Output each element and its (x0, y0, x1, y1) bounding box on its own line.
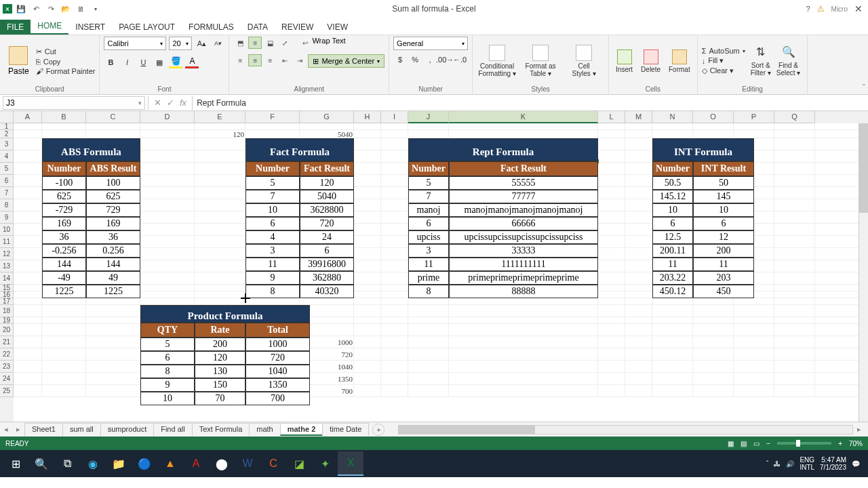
align-bottom-button[interactable]: ⬓ (263, 37, 277, 49)
acrobat-icon[interactable]: A (183, 451, 209, 476)
clear-button[interactable]: ◇Clear ▾ (702, 66, 745, 75)
row-header-11[interactable]: 11 (0, 236, 14, 248)
row-header-6[interactable]: 6 (0, 175, 14, 187)
copy-button[interactable]: ⎘Copy (36, 58, 96, 66)
vertical-scrollbar[interactable] (859, 123, 868, 422)
row-header-13[interactable]: 13 (0, 260, 14, 272)
font-color-button[interactable]: A (185, 56, 199, 68)
col-header-p[interactable]: P (734, 111, 774, 123)
row-header-5[interactable]: 5 (0, 163, 14, 175)
col-header-i[interactable]: I (381, 111, 408, 123)
undo-icon[interactable]: ↶ (30, 3, 42, 15)
zoom-level[interactable]: 70% (849, 440, 863, 447)
col-header-e[interactable]: E (195, 111, 245, 123)
row-header-19[interactable]: 19 (0, 317, 14, 324)
col-header-o[interactable]: O (693, 111, 734, 123)
fill-button[interactable]: ↓Fill ▾ (702, 56, 745, 65)
row-header-14[interactable]: 14 (0, 272, 14, 285)
formula-input[interactable]: Rept Formula (193, 98, 868, 108)
new-icon[interactable]: 🗎 (75, 3, 87, 15)
new-sheet-button[interactable]: + (372, 424, 384, 436)
col-header-b[interactable]: B (42, 111, 86, 123)
sheet-tab-mathe-2[interactable]: mathe 2 (280, 423, 323, 436)
col-header-l[interactable]: L (598, 111, 625, 123)
font-name-dropdown[interactable]: Calibri▾ (104, 37, 166, 50)
edge-icon[interactable]: ◉ (80, 451, 106, 476)
row-header-12[interactable]: 12 (0, 248, 14, 260)
col-header-g[interactable]: G (300, 111, 354, 123)
align-right-button[interactable]: ≡ (263, 54, 277, 66)
sheet-nav-first-icon[interactable]: ◂ (0, 425, 12, 434)
row-header-2[interactable]: 2 (0, 130, 14, 138)
row-header-21[interactable]: 21 (0, 336, 14, 348)
horizontal-scrollbar[interactable] (398, 425, 853, 434)
sheet-tab-sumproduct[interactable]: sumproduct (100, 423, 154, 436)
select-all-button[interactable] (0, 111, 14, 123)
col-header-q[interactable]: Q (774, 111, 815, 123)
cell-e2[interactable]: 120 (195, 130, 245, 138)
tray-clock[interactable]: 5:47 AM7/1/2023 (820, 456, 846, 471)
search-icon[interactable]: 🔍 (28, 451, 54, 476)
col-header-f[interactable]: F (245, 111, 300, 123)
sheet-nav-right-icon[interactable]: ▸ (853, 425, 868, 434)
comma-button[interactable]: , (423, 53, 437, 66)
sheet-nav-prev-icon[interactable]: ▸ (12, 425, 24, 434)
sort-filter-button[interactable]: ⇅Sort &Filter ▾ (748, 45, 774, 77)
row-header-25[interactable]: 25 (0, 385, 14, 397)
app2-icon[interactable]: ✦ (312, 451, 338, 476)
format-painter-button[interactable]: 🖌Format Painter (36, 67, 96, 75)
close-icon[interactable]: ✕ (854, 3, 863, 14)
merge-center-button[interactable]: ⊞Merge & Center▾ (308, 54, 384, 68)
col-header-n[interactable]: N (652, 111, 693, 123)
orientation-button[interactable]: ⤢ (278, 37, 292, 49)
row-header-8[interactable]: 8 (0, 199, 14, 211)
obs-icon[interactable]: ⬤ (209, 451, 235, 476)
accounting-button[interactable]: $ (393, 53, 407, 66)
decrease-indent-button[interactable]: ⇤ (278, 54, 292, 66)
increase-decimal-button[interactable]: .00→ (438, 53, 452, 66)
tab-review[interactable]: REVIEW (275, 20, 320, 35)
tab-view[interactable]: VIEW (320, 20, 355, 35)
align-top-button[interactable]: ⬒ (233, 37, 247, 49)
col-header-a[interactable]: A (14, 111, 42, 123)
tray-network-icon[interactable]: 🖧 (774, 460, 781, 468)
sheet-tab-text-formula[interactable]: Text Formula (192, 423, 250, 436)
word-icon[interactable]: W (235, 451, 260, 476)
tray-notification-icon[interactable]: 💬 (852, 460, 860, 468)
fx-icon[interactable]: fx (180, 98, 186, 108)
find-select-button[interactable]: 🔍Find &Select ▾ (774, 45, 804, 77)
explorer-icon[interactable]: 📁 (106, 451, 132, 476)
autosum-button[interactable]: ΣAutoSum▾ (702, 47, 745, 55)
row-header-1[interactable]: 1 (0, 123, 14, 130)
enter-icon[interactable]: ✓ (167, 98, 174, 108)
view-pagelayout-icon[interactable]: ▤ (741, 440, 747, 447)
row-header-20[interactable]: 20 (0, 324, 14, 336)
sheet-tab-find-all[interactable]: Find all (153, 423, 192, 436)
shrink-font-button[interactable]: A▾ (211, 37, 224, 50)
tab-insert[interactable]: INSERT (68, 20, 112, 35)
qat-more-icon[interactable]: ▾ (90, 3, 102, 15)
grow-font-button[interactable]: A▴ (195, 37, 208, 50)
row-header-3[interactable]: 3 (0, 138, 14, 150)
align-center-button[interactable]: ≡ (248, 54, 262, 66)
tab-file[interactable]: FILE (0, 20, 31, 35)
cell-styles-button[interactable]: CellStyles ▾ (564, 45, 604, 77)
col-header-d[interactable]: D (140, 111, 195, 123)
cell-g2[interactable]: 5040 (300, 130, 354, 138)
format-as-table-button[interactable]: Format asTable ▾ (520, 45, 561, 77)
sheet-tab-sheet1[interactable]: Sheet1 (24, 423, 63, 436)
row-header-10[interactable]: 10 (0, 224, 14, 236)
align-left-button[interactable]: ≡ (233, 54, 247, 66)
cancel-icon[interactable]: ✕ (154, 98, 161, 108)
font-size-dropdown[interactable]: 20▾ (169, 37, 192, 50)
start-button[interactable]: ⊞ (3, 451, 28, 476)
fill-color-button[interactable]: 🪣 (169, 56, 182, 68)
vlc-icon[interactable]: ▲ (157, 451, 183, 476)
name-box[interactable]: J3▾ (3, 96, 145, 110)
account-name[interactable]: Micro (831, 5, 848, 13)
paste-button[interactable]: Paste (4, 46, 33, 76)
row-header-23[interactable]: 23 (0, 361, 14, 373)
row-header-7[interactable]: 7 (0, 187, 14, 199)
zoom-slider[interactable] (777, 442, 831, 445)
tray-language[interactable]: ENGINTL (800, 456, 814, 471)
